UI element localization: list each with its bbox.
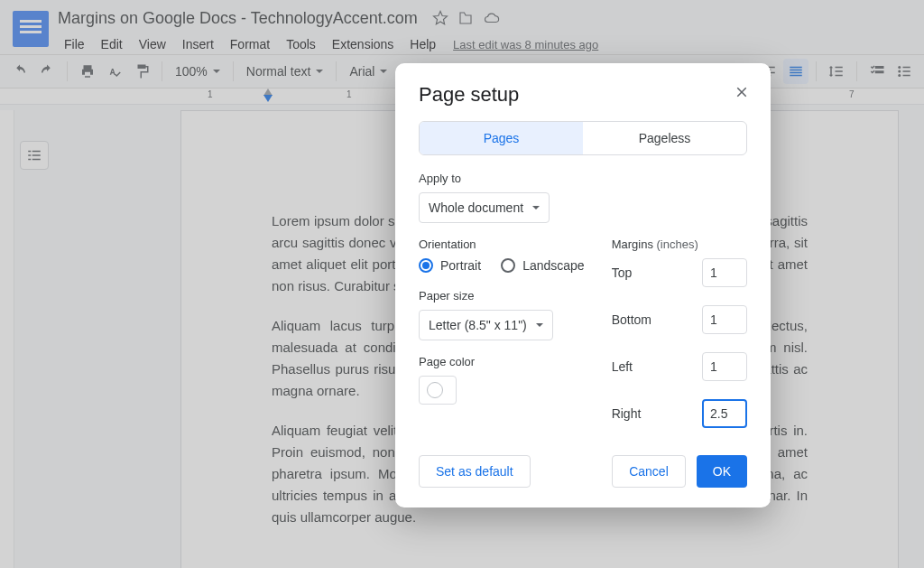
margin-left-input[interactable]: [702, 352, 747, 381]
margin-bottom-input[interactable]: [702, 305, 747, 334]
orientation-landscape-option[interactable]: Landscape: [501, 258, 585, 273]
close-icon: [734, 84, 750, 100]
tab-pageless[interactable]: Pageless: [583, 122, 746, 154]
margin-left-label: Left: [612, 359, 633, 374]
margin-top-label: Top: [612, 265, 633, 280]
ok-button[interactable]: OK: [697, 455, 747, 488]
color-swatch-icon: [427, 382, 443, 398]
radio-icon: [419, 258, 433, 273]
margin-top-input[interactable]: [702, 258, 747, 287]
margin-bottom-label: Bottom: [612, 312, 651, 327]
dialog-title: Page setup: [419, 83, 747, 107]
radio-icon: [501, 258, 515, 273]
paper-size-label: Paper size: [419, 289, 585, 303]
set-as-default-button[interactable]: Set as default: [419, 455, 531, 488]
mode-tabs: Pages Pageless: [419, 121, 747, 155]
apply-to-label: Apply to: [419, 172, 747, 185]
tab-pages[interactable]: Pages: [420, 122, 583, 154]
orientation-portrait-option[interactable]: Portrait: [419, 258, 481, 273]
margins-label: Margins (inches): [612, 237, 747, 251]
apply-to-value: Whole document: [429, 200, 523, 215]
margin-right-input[interactable]: [702, 399, 747, 428]
cancel-button[interactable]: Cancel: [612, 455, 686, 488]
page-setup-dialog: Page setup Pages Pageless Apply to Whole…: [395, 63, 771, 507]
close-button[interactable]: [731, 81, 753, 103]
paper-size-select[interactable]: Letter (8.5" x 11"): [419, 310, 553, 340]
paper-size-value: Letter (8.5" x 11"): [429, 318, 527, 332]
page-color-select[interactable]: [419, 376, 457, 405]
margin-right-label: Right: [612, 406, 642, 421]
apply-to-select[interactable]: Whole document: [419, 192, 550, 223]
chevron-down-icon: [536, 323, 543, 331]
chevron-down-icon: [532, 206, 540, 213]
page-color-label: Page color: [419, 355, 585, 368]
orientation-label: Orientation: [419, 237, 585, 251]
